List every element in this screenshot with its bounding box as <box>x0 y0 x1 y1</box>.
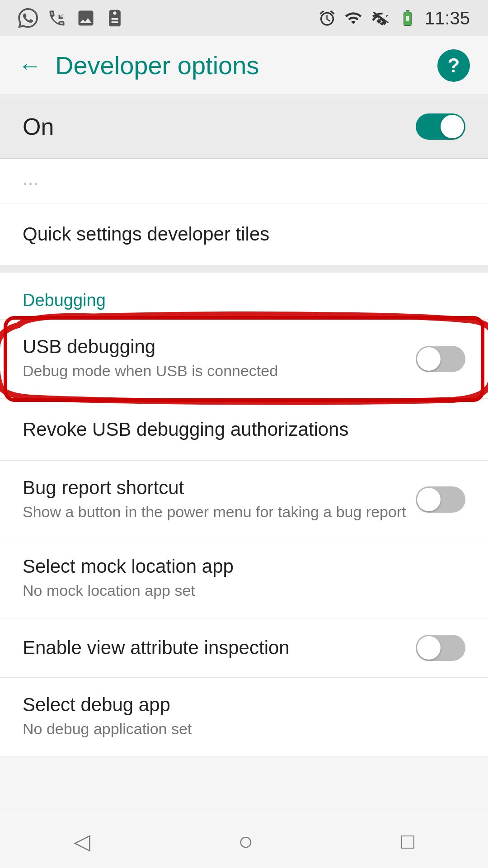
status-icons-left <box>18 8 125 28</box>
nav-back-button[interactable]: ◁ <box>74 829 90 854</box>
usb-debugging-item[interactable]: USB debugging Debug mode when USB is con… <box>0 320 488 399</box>
bug-report-subtitle: Show a button in the power menu for taki… <box>23 501 416 523</box>
debug-app-item[interactable]: Select debug app No debug application se… <box>0 678 488 757</box>
whatsapp-icon <box>18 8 38 28</box>
battery-icon <box>398 9 418 27</box>
debug-app-subtitle: No debug application set <box>23 718 465 740</box>
debug-app-title: Select debug app <box>23 694 465 716</box>
bug-report-text: Bug report shortcut Show a button in the… <box>23 477 416 523</box>
mock-location-subtitle: No mock location app set <box>23 580 465 602</box>
status-bar: 11:35 <box>0 0 488 36</box>
back-button[interactable]: ← <box>18 52 42 79</box>
developer-toggle[interactable] <box>416 113 465 140</box>
status-icons-right: 11:35 <box>318 8 470 28</box>
revoke-usb-item[interactable]: Revoke USB debugging authorizations <box>0 399 488 461</box>
app-bar-left: ← Developer options <box>18 51 259 80</box>
view-attribute-toggle-thumb <box>417 636 441 660</box>
bug-report-toggle[interactable] <box>416 486 465 513</box>
status-time: 11:35 <box>425 8 470 28</box>
app-bar: ← Developer options ? <box>0 36 488 95</box>
section-divider <box>0 265 488 273</box>
view-attribute-item[interactable]: Enable view attribute inspection <box>0 618 488 678</box>
help-button[interactable]: ? <box>437 49 470 82</box>
bug-report-toggle-thumb <box>417 488 441 511</box>
quick-settings-title: Quick settings developer tiles <box>23 223 269 245</box>
debug-app-text: Select debug app No debug application se… <box>23 694 465 740</box>
developer-on-label: On <box>23 113 54 140</box>
signal-icon <box>371 9 390 27</box>
sim-icon <box>105 8 125 28</box>
bug-report-item[interactable]: Bug report shortcut Show a button in the… <box>0 461 488 540</box>
usb-debugging-toggle-thumb <box>417 347 441 371</box>
nav-home-button[interactable]: ○ <box>238 826 253 856</box>
usb-debugging-text: USB debugging Debug mode when USB is con… <box>23 336 416 382</box>
bug-report-title: Bug report shortcut <box>23 477 416 499</box>
revoke-usb-title: Revoke USB debugging authorizations <box>23 419 348 440</box>
view-attribute-toggle[interactable] <box>416 635 465 661</box>
mock-location-text: Select mock location app No mock locatio… <box>23 556 465 602</box>
debugging-header: Debugging <box>0 273 488 320</box>
partial-item-title: ... <box>23 168 38 189</box>
alarm-icon <box>318 9 336 27</box>
view-attribute-title: Enable view attribute inspection <box>23 637 416 659</box>
usb-debugging-title: USB debugging <box>23 336 416 358</box>
missed-call-icon <box>47 8 67 28</box>
view-attribute-text: Enable view attribute inspection <box>23 637 416 659</box>
debugging-section: Debugging USB debugging Debug mode when … <box>0 273 488 756</box>
image-icon <box>76 8 96 28</box>
wifi-icon <box>343 9 363 27</box>
partial-item: ... <box>0 159 488 203</box>
developer-on-row[interactable]: On <box>0 95 488 159</box>
nav-bar: ◁ ○ □ <box>0 814 488 868</box>
debugging-section-title: Debugging <box>23 291 106 310</box>
mock-location-item[interactable]: Select mock location app No mock locatio… <box>0 539 488 618</box>
usb-debugging-subtitle: Debug mode when USB is connected <box>23 360 416 382</box>
page-title: Developer options <box>55 51 259 80</box>
nav-spacer <box>0 756 488 815</box>
toggle-thumb <box>441 115 464 138</box>
usb-debugging-toggle[interactable] <box>416 346 465 372</box>
nav-recent-button[interactable]: □ <box>401 829 414 854</box>
mock-location-title: Select mock location app <box>23 556 465 577</box>
quick-settings-item[interactable]: Quick settings developer tiles <box>0 203 488 265</box>
